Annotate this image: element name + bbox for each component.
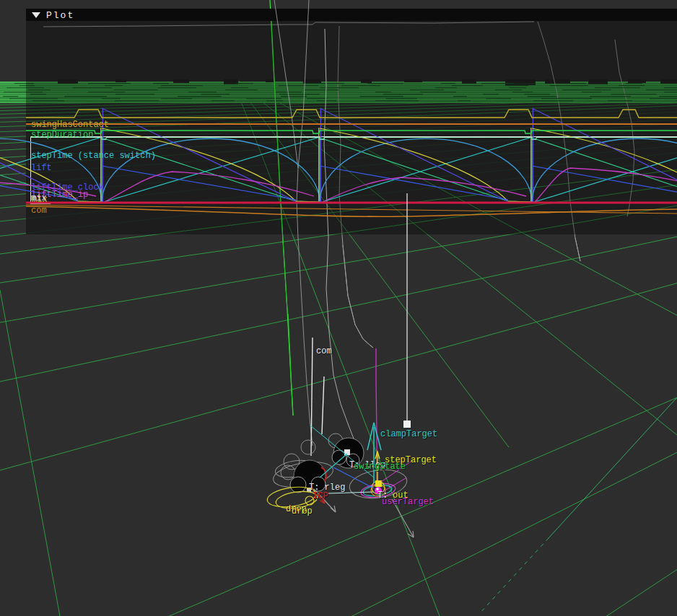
svg-text:drop: drop [292, 506, 313, 516]
svg-text:stepDuration: stepDuration [31, 130, 93, 140]
svg-text:clampTarget: clampTarget [380, 429, 437, 439]
svg-text:Plot: Plot [46, 10, 74, 21]
svg-text:swingState: swingState [354, 462, 406, 472]
svg-text:swingHasContact: swingHasContact [31, 120, 109, 130]
svg-text:mix: mix [31, 193, 47, 203]
svg-text:userTarget: userTarget [382, 497, 434, 507]
svg-text:com: com [31, 206, 47, 216]
svg-text:com: com [316, 346, 332, 356]
svg-text:stepTime (stance switch): stepTime (stance switch) [31, 151, 156, 161]
svg-text:lift: lift [31, 163, 52, 173]
svg-text:ICP: ICP [313, 491, 328, 501]
